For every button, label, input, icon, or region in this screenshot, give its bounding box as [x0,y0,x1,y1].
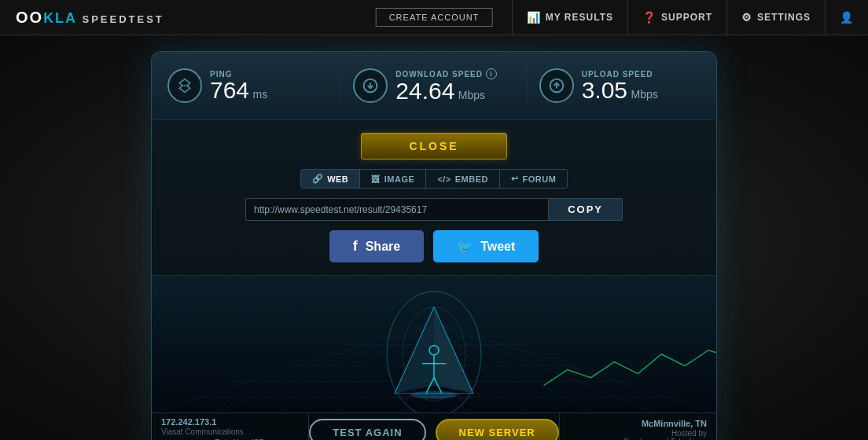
header: OOKLA SPEEDTEST CREATE ACCOUNT 📊 MY RESU… [0,0,868,35]
nav-results-label: MY RESULTS [546,12,613,23]
stats-bar: PING 764 ms DOWNL [152,52,716,120]
header-nav: 📊 MY RESULTS ❓ SUPPORT ⚙ SETTINGS 👤 [512,0,868,35]
results-icon: 📊 [527,11,541,24]
star-1[interactable]: ★ [161,438,170,441]
star-rating: ★ ★ ★ ★ ★ Rate Your ISP [161,438,299,441]
new-server-button[interactable]: NEW SERVER [436,419,559,440]
star-5[interactable]: ★ [202,438,211,441]
copy-button[interactable]: COPY [548,198,623,221]
ping-icon-circle [167,68,202,103]
tab-forum[interactable]: ↩ FORUM [500,170,567,188]
isp-info: 172.242.173.1 Viasat Communications ★ ★ … [152,413,309,440]
close-button[interactable]: CLOSE [361,133,506,160]
star-4[interactable]: ★ [192,438,200,441]
twitter-icon: 🐦 [457,239,473,254]
twitter-share-button[interactable]: 🐦 Tweet [433,230,539,262]
download-values: DOWNLOAD SPEED i 24.64 Mbps [395,68,497,103]
logo-area: OOKLA SPEEDTEST [0,9,164,27]
upload-stat: UPLOAD SPEED 3.05 Mbps [539,68,701,103]
hosted-by-label: Hosted by [671,429,707,438]
nav-support[interactable]: ❓ SUPPORT [627,0,726,35]
logo: OOKLA SPEEDTEST [16,9,164,27]
star-2[interactable]: ★ [171,438,180,441]
nav-login[interactable]: 👤 [825,0,868,35]
url-input[interactable] [245,198,548,221]
download-info-icon[interactable]: i [486,68,497,79]
download-unit: Mbps [458,89,485,101]
ip-address: 172.242.173.1 [161,417,299,427]
forum-icon: ↩ [511,174,519,184]
gauge-area [152,275,716,412]
server-location: McMinnville, TN [642,419,707,428]
social-buttons: f Share 🐦 Tweet [329,230,539,262]
svg-point-38 [410,391,458,399]
tab-embed[interactable]: </> EMBED [426,170,500,188]
nav-settings-label: SETTINGS [757,12,811,23]
upload-unit: Mbps [631,88,658,101]
web-link-icon: 🔗 [312,174,324,184]
support-icon: ❓ [642,11,657,24]
settings-icon: ⚙ [741,11,752,24]
divider-2 [527,66,528,105]
share-tabs: 🔗 WEB 🖼 IMAGE </> EMBED ↩ FORUM [300,169,568,189]
divider-1 [340,66,341,105]
test-again-button[interactable]: TEST AGAIN [309,419,425,440]
embed-icon: </> [437,174,451,184]
star-3[interactable]: ★ [182,438,190,441]
download-value-line: 24.64 Mbps [395,79,497,103]
isp-name: Viasat Communications [161,427,299,436]
share-section: CLOSE 🔗 WEB 🖼 IMAGE </> EMBED ↩ FORUM [152,120,716,275]
ping-value: 764 [210,77,249,103]
upload-icon-circle [539,68,574,103]
download-icon-circle [353,68,388,103]
main-content: PING 764 ms DOWNL [0,35,868,440]
nav-my-results[interactable]: 📊 MY RESULTS [512,0,627,35]
download-value: 24.64 [395,78,454,104]
download-stat: DOWNLOAD SPEED i 24.64 Mbps [353,68,514,103]
nav-support-label: SUPPORT [661,12,712,23]
facebook-icon: f [353,238,358,255]
3d-grid [152,276,716,412]
bottom-bar: 172.242.173.1 Viasat Communications ★ ★ … [152,412,716,440]
tab-image[interactable]: 🖼 IMAGE [360,170,426,188]
ping-unit: ms [253,88,268,101]
url-bar: COPY [245,198,623,221]
upload-values: UPLOAD SPEED 3.05 Mbps [582,70,658,102]
ping-value-line: 764 ms [210,79,267,102]
image-icon: 🖼 [371,174,381,184]
tab-web[interactable]: 🔗 WEB [301,170,361,188]
create-account-button[interactable]: CREATE ACCOUNT [376,8,493,27]
ping-values: PING 764 ms [210,70,267,102]
speedtest-panel: PING 764 ms DOWNL [151,51,717,440]
ping-stat: PING 764 ms [167,68,329,103]
test-buttons: TEST AGAIN NEW SERVER [309,413,559,440]
server-info: McMinnville, TN Hosted by Ben Lomand Tel… [559,413,716,440]
upload-value-line: 3.05 Mbps [582,79,658,102]
facebook-share-button[interactable]: f Share [329,230,424,262]
nav-settings[interactable]: ⚙ SETTINGS [726,0,825,35]
upload-value: 3.05 [582,77,627,103]
user-icon: 👤 [840,11,854,24]
